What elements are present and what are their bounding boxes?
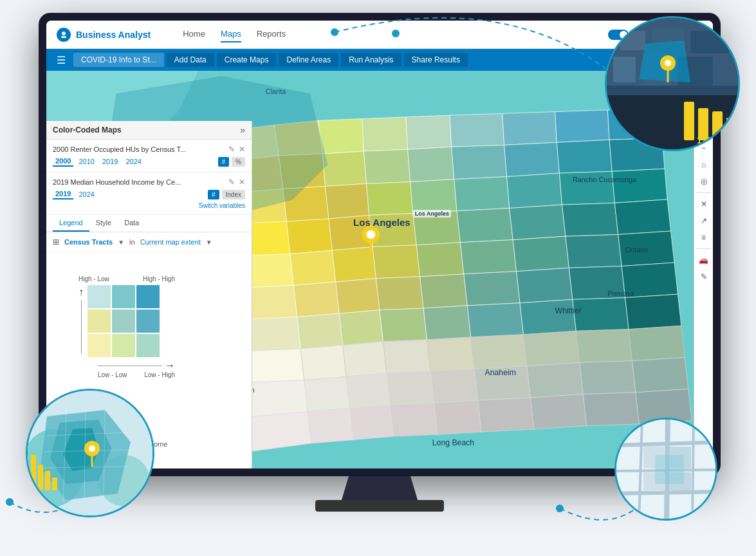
svg-point-132 (665, 60, 671, 66)
svg-marker-74 (300, 345, 346, 380)
edit-button[interactable]: ✎ (696, 269, 712, 284)
location-los-angeles: Los Angeles (413, 210, 451, 218)
toolbar-tab-run-analysis[interactable]: Run Analysis (341, 53, 401, 67)
arrow-up-icon: ↑ (78, 286, 84, 298)
svg-marker-22 (452, 145, 507, 179)
svg-marker-89 (527, 362, 583, 398)
layer-1-year-2000[interactable]: 2000 (53, 156, 73, 167)
nav-reports[interactable]: Reports (257, 26, 286, 42)
legend-tab[interactable]: Legend (53, 215, 89, 232)
svg-marker-91 (632, 357, 688, 393)
svg-rect-120 (690, 31, 729, 53)
grid-cell-1-2 (112, 285, 135, 308)
svg-marker-30 (410, 180, 457, 214)
svg-rect-129 (726, 118, 737, 140)
svg-text:Rancho Cucamonga: Rancho Cucamonga (573, 176, 637, 183)
svg-marker-41 (510, 205, 566, 240)
svg-marker-47 (373, 245, 420, 279)
svg-marker-28 (325, 183, 369, 219)
layer-1-year-2024[interactable]: 2024 (123, 157, 143, 166)
layer-1-actions: ✎ ✕ (228, 145, 245, 154)
locate-button[interactable]: ◎ (696, 174, 712, 189)
vertical-arrow: ↑ (78, 286, 84, 356)
svg-marker-63 (297, 313, 343, 349)
census-dropdown-arrow[interactable]: ▼ (118, 239, 124, 246)
svg-marker-78 (471, 335, 527, 369)
toolbar-tab-add-data[interactable]: Add Data (167, 53, 214, 67)
svg-marker-56 (376, 277, 424, 310)
style-tab[interactable]: Style (89, 215, 118, 232)
svg-rect-149 (31, 455, 36, 490)
bivariate-legend-container: High - Low High - High ↑ (53, 260, 188, 398)
close-button[interactable]: ✕ (696, 196, 712, 212)
layer-1-unit-hash[interactable]: # (218, 157, 230, 167)
grid-cell-1-1 (88, 285, 111, 308)
panel-collapse-button[interactable]: » (240, 125, 245, 135)
layer-2-year-2024[interactable]: 2024 (76, 190, 97, 199)
svg-marker-15 (555, 110, 610, 142)
layer-1-year-2019[interactable]: 2019 (100, 157, 120, 166)
census-in-label: in (129, 238, 135, 246)
toolbar-tab-covid[interactable]: COVID-19 Info to St... (73, 53, 164, 67)
grid-cell-1-3 (136, 285, 160, 308)
svg-point-4 (62, 32, 66, 35)
deco-circle-top-right: 120.35 (605, 16, 740, 151)
svg-marker-79 (524, 331, 580, 366)
svg-marker-58 (464, 272, 520, 306)
app-header: Business Analyst Home Maps Reports Autos… (46, 21, 713, 49)
layer-title-row-2: 2019 Median Household Income by Ce... ✎ … (53, 178, 245, 187)
share-button[interactable]: ↗ (696, 213, 712, 228)
layer-2-unit-hash[interactable]: # (208, 190, 219, 199)
layer-2-year-2019[interactable]: 2019 (53, 189, 73, 199)
deco-circle-bottom-right (614, 418, 717, 521)
svg-marker-10 (318, 119, 364, 154)
layer-2-edit-icon[interactable]: ✎ (228, 178, 235, 187)
layers-button[interactable]: ≡ (696, 230, 712, 245)
bivariate-legend-area: High - Low High - High ↑ (46, 252, 252, 405)
toolbar-tab-define-areas[interactable]: Define Areas (279, 53, 338, 67)
menu-button[interactable]: ☰ (51, 51, 71, 69)
home-button[interactable]: ⌂ (696, 157, 712, 172)
data-tab[interactable]: Data (118, 215, 145, 232)
grid-row-3 (88, 334, 160, 357)
toolbar-tab-share-results[interactable]: Share Results (404, 53, 468, 67)
svg-marker-21 (408, 147, 454, 182)
svg-text:Anaheim: Anaheim (485, 368, 516, 377)
map-extent-label[interactable]: Current map extent (140, 238, 201, 246)
svg-marker-80 (576, 329, 632, 363)
svg-marker-54 (293, 282, 339, 317)
svg-marker-36 (287, 219, 333, 254)
svg-marker-95 (350, 405, 394, 440)
svg-rect-151 (45, 471, 50, 490)
nav-home[interactable]: Home (183, 26, 205, 42)
svg-marker-76 (383, 340, 430, 373)
layer-1-unit-pct[interactable]: % (232, 157, 245, 167)
layer-2-unit-index[interactable]: Index (222, 190, 245, 199)
svg-marker-77 (427, 337, 475, 371)
svg-marker-59 (517, 268, 573, 303)
svg-rect-150 (38, 465, 43, 490)
layer-1-edit-icon[interactable]: ✎ (228, 145, 235, 154)
layer-1-year-2010[interactable]: 2010 (76, 157, 97, 166)
svg-marker-19 (322, 151, 366, 187)
svg-marker-48 (416, 243, 464, 277)
layer-2-close-icon[interactable]: ✕ (239, 178, 245, 187)
deco-circle-bottom-left (26, 389, 154, 517)
svg-marker-31 (454, 177, 510, 211)
toolbar-tab-create-maps[interactable]: Create Maps (217, 53, 277, 67)
layer-1-close-icon[interactable]: ✕ (239, 145, 245, 154)
svg-marker-100 (583, 393, 639, 426)
app-logo: Business Analyst (57, 28, 151, 42)
svg-marker-51 (566, 234, 622, 268)
extent-dropdown-arrow[interactable]: ▼ (206, 239, 212, 246)
svg-rect-126 (684, 102, 694, 140)
switch-variables-button[interactable]: Switch variables (53, 202, 245, 209)
svg-marker-85 (346, 373, 390, 409)
svg-marker-99 (530, 394, 586, 430)
census-tracts-label[interactable]: Census Tracts (64, 238, 113, 246)
svg-marker-40 (457, 208, 513, 243)
nav-maps[interactable]: Maps (221, 26, 241, 42)
svg-text:Whittier: Whittier (555, 306, 582, 315)
car-button[interactable]: 🚗 (696, 252, 712, 268)
panel-header: Color-Coded Maps » (46, 121, 252, 140)
